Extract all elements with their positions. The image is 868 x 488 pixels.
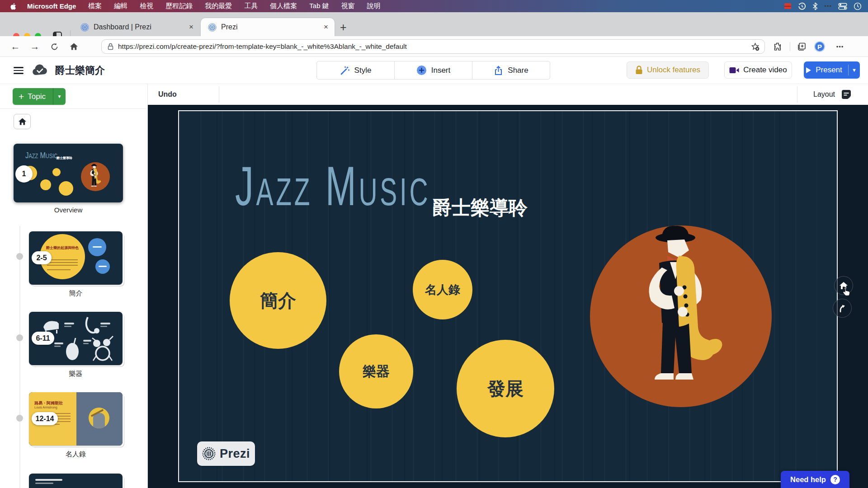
need-help-label: Need help xyxy=(790,475,826,484)
mini-topic-title: 爵士樂的起源與特色 xyxy=(45,246,80,250)
saxophonist-illustration xyxy=(636,223,731,418)
mini-subtitle: 爵士樂導聆 xyxy=(57,156,72,160)
browser-toolbar: ← → https://prezi.com/p/create-prezi/?fr… xyxy=(0,36,868,57)
record-status-icon[interactable] xyxy=(784,0,792,12)
favorite-star-icon[interactable] xyxy=(747,41,763,52)
menu-favorites[interactable]: 我的最愛 xyxy=(205,2,232,10)
timeline-dot xyxy=(16,253,23,260)
cloud-saved-icon xyxy=(32,64,48,76)
url-text[interactable]: https://prezi.com/p/create-prezi/?from-t… xyxy=(118,42,747,51)
tab-dashboard[interactable]: Dashboard | Prezi × xyxy=(73,18,200,36)
canvas-subtitle[interactable]: 爵士樂導聆 xyxy=(433,195,528,221)
gold-lock-icon xyxy=(635,66,643,75)
unlock-features-button[interactable]: Unlock features xyxy=(627,61,709,79)
control-center-icon[interactable] xyxy=(838,0,847,12)
thumbnail-label[interactable]: 名人錄 xyxy=(29,450,123,459)
need-help-button[interactable]: Need help ? xyxy=(781,471,849,488)
timeline-dot xyxy=(16,334,23,341)
extensions-icon[interactable] xyxy=(772,41,784,52)
presentation-canvas[interactable]: Jazz Music 爵士樂導聆 簡介 名人錄 樂器 發展 Prezi xyxy=(178,110,838,482)
topic-circle-intro[interactable]: 簡介 xyxy=(230,252,326,349)
prezi-logo-icon xyxy=(202,447,216,460)
subbar-separator xyxy=(797,86,797,103)
mini-portrait-photo xyxy=(89,408,109,428)
insert-label: Insert xyxy=(431,66,451,75)
clock-icon[interactable] xyxy=(854,0,862,12)
video-camera-icon xyxy=(729,67,739,74)
style-label: Style xyxy=(354,66,372,75)
editor-toolbar: Style Insert Share xyxy=(316,61,550,80)
menu-help[interactable]: 說明 xyxy=(367,2,381,10)
menubar-more-icon[interactable]: ••• xyxy=(824,0,832,12)
menu-tools[interactable]: 工具 xyxy=(244,2,258,10)
create-video-label: Create video xyxy=(743,66,787,75)
mini-title: Jazz Music xyxy=(25,150,57,160)
home-button[interactable] xyxy=(67,40,80,53)
mini-person-name-en: Louis Armstrong xyxy=(34,406,57,409)
time-machine-icon[interactable] xyxy=(798,0,806,12)
thumbnail-label[interactable]: 樂器 xyxy=(29,370,123,378)
forward-button[interactable]: → xyxy=(28,40,41,53)
lock-icon[interactable] xyxy=(108,43,113,50)
thumbnail-badge: 2-5 xyxy=(32,251,52,264)
insert-button[interactable]: Insert xyxy=(395,61,472,79)
close-tab-icon[interactable]: × xyxy=(189,23,193,32)
thumbnail-label[interactable]: 簡介 xyxy=(29,289,123,298)
canvas-main-title[interactable]: Jazz Music xyxy=(235,155,430,218)
topic-dropdown-caret[interactable]: ▼ xyxy=(53,88,66,105)
editor-subbar: Undo Layout xyxy=(148,84,868,105)
apple-icon[interactable] xyxy=(10,3,17,10)
canvas-area: Jazz Music 爵士樂導聆 簡介 名人錄 樂器 發展 Prezi Need… xyxy=(148,105,868,488)
bluetooth-icon[interactable] xyxy=(812,0,818,12)
topic-circle-development[interactable]: 發展 xyxy=(457,340,554,437)
menu-edit[interactable]: 編輯 xyxy=(114,2,127,10)
prezi-watermark: Prezi xyxy=(197,441,255,466)
close-tab-icon[interactable]: × xyxy=(324,23,328,32)
new-tab-button[interactable]: + xyxy=(340,21,347,33)
share-icon xyxy=(494,66,503,75)
add-topic-button[interactable]: +Topic ▼ xyxy=(13,88,66,105)
tab-prezi-active[interactable]: Prezi × xyxy=(201,18,335,36)
menu-window[interactable]: 視窗 xyxy=(341,2,355,10)
timeline-dot xyxy=(16,415,23,422)
menu-file[interactable]: 檔案 xyxy=(88,2,102,10)
profile-avatar[interactable]: P xyxy=(814,41,826,52)
unlock-label: Unlock features xyxy=(647,66,700,75)
menubar-app-name[interactable]: Microsoft Edge xyxy=(27,2,76,10)
wand-icon xyxy=(340,66,350,75)
layout-icon xyxy=(841,89,851,99)
present-dropdown-caret[interactable]: ▼ xyxy=(848,65,860,75)
present-button[interactable]: Present ▼ xyxy=(804,61,860,79)
menu-history[interactable]: 歷程記錄 xyxy=(165,2,193,10)
sidebar: +Topic ▼ Jazz Music 爵士樂導聆 1 Overview 爵士樂… xyxy=(0,84,148,488)
mini-saxophonist-illustration xyxy=(88,164,102,192)
topic-circle-instruments[interactable]: 樂器 xyxy=(339,334,413,408)
share-button[interactable]: Share xyxy=(472,61,550,79)
overview-home-button[interactable] xyxy=(14,114,31,129)
timeline-line xyxy=(19,226,20,488)
collections-icon[interactable] xyxy=(796,41,807,52)
macos-menubar: Microsoft Edge 檔案 編輯 檢視 歷程記錄 我的最愛 工具 個人檔… xyxy=(0,0,868,12)
thumbnail-label[interactable]: Overview xyxy=(14,206,123,214)
prezi-header: 爵士樂簡介 Style Insert Share Unlock features… xyxy=(0,57,868,84)
thumbnail-badge: 12-14 xyxy=(32,412,58,425)
mouse-cursor-hand xyxy=(843,286,850,296)
layout-button[interactable]: Layout xyxy=(813,84,851,105)
plus-circle-icon xyxy=(416,65,427,75)
settings-more-icon[interactable]: ••• xyxy=(834,41,846,52)
refresh-button[interactable] xyxy=(48,40,61,53)
menu-profile[interactable]: 個人檔案 xyxy=(270,2,297,10)
create-video-button[interactable]: Create video xyxy=(724,61,792,79)
menu-tab[interactable]: Tab 鍵 xyxy=(309,2,329,10)
thumbnail-badge: 6-11 xyxy=(32,332,54,345)
back-button[interactable]: ← xyxy=(9,40,22,53)
topic-circle-celebrities[interactable]: 名人錄 xyxy=(413,260,472,319)
hamburger-menu-icon[interactable] xyxy=(14,67,24,74)
zoom-back-button[interactable] xyxy=(833,299,852,318)
address-bar[interactable]: https://prezi.com/p/create-prezi/?from-t… xyxy=(101,39,765,54)
thumbnail-development[interactable] xyxy=(29,474,123,488)
presentation-title[interactable]: 爵士樂簡介 xyxy=(55,57,105,84)
style-button[interactable]: Style xyxy=(317,61,395,79)
menu-view[interactable]: 檢視 xyxy=(140,2,153,10)
undo-button[interactable]: Undo xyxy=(158,84,177,105)
